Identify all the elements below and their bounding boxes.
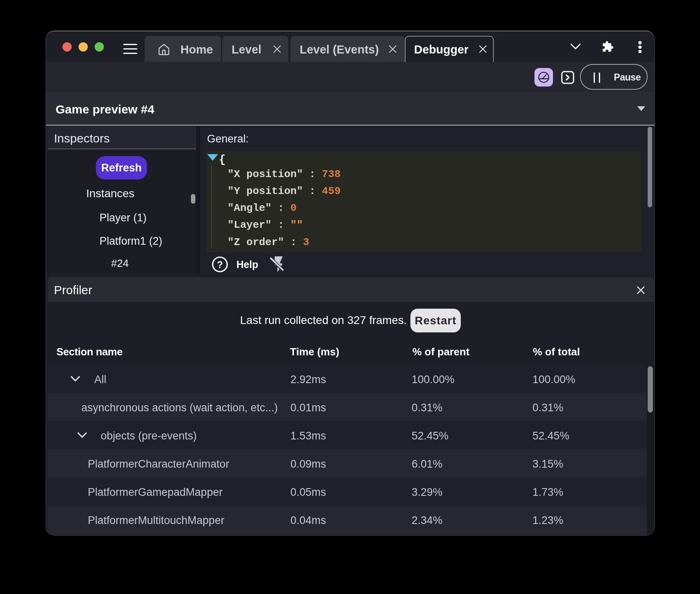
svg-text:?: ?	[217, 259, 223, 270]
